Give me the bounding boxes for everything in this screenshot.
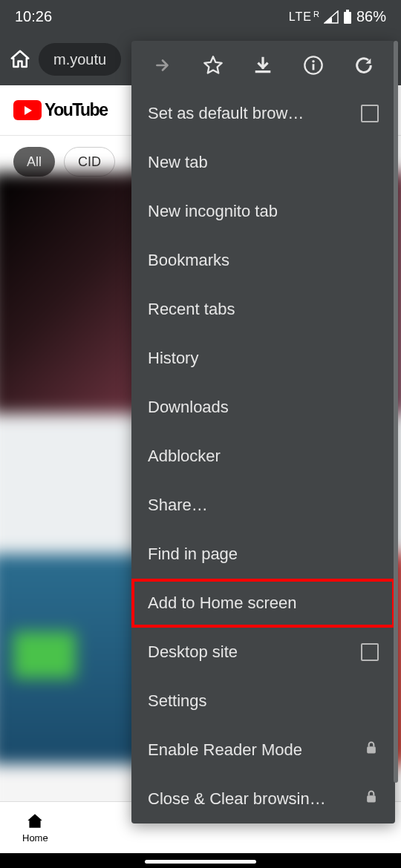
status-right: LTE R 86% [289, 8, 386, 25]
menu-new-incognito-tab[interactable]: New incognito tab [131, 187, 395, 236]
info-icon[interactable] [303, 55, 324, 76]
youtube-logo-text: YouTube [45, 100, 107, 120]
nav-home[interactable]: Home [22, 812, 48, 844]
status-bar: 10:26 LTE R 86% [0, 0, 401, 33]
svg-rect-1 [346, 10, 349, 12]
home-icon[interactable] [9, 48, 31, 70]
menu-share[interactable]: Share… [131, 481, 395, 530]
gesture-bar[interactable] [145, 860, 256, 864]
menu-add-to-home-screen[interactable]: Add to Home screen [131, 579, 395, 628]
bookmark-star-icon[interactable] [203, 55, 224, 76]
menu-desktop-site[interactable]: Desktop site [131, 628, 395, 677]
roaming-indicator: R [313, 10, 319, 19]
refresh-icon[interactable] [353, 55, 374, 76]
menu-bookmarks[interactable]: Bookmarks [131, 236, 395, 285]
menu-enable-reader-mode[interactable]: Enable Reader Mode [131, 726, 395, 775]
youtube-logo[interactable]: YouTube [13, 100, 107, 120]
svg-rect-4 [313, 64, 315, 70]
download-icon[interactable] [252, 55, 273, 76]
network-type: LTE [289, 10, 312, 24]
url-bar[interactable]: m.youtu [39, 43, 121, 76]
menu-downloads[interactable]: Downloads [131, 383, 395, 432]
nav-home-label: Home [22, 832, 48, 844]
svg-rect-0 [344, 12, 351, 24]
menu-scrollbar[interactable] [394, 41, 398, 820]
menu-icon-row [131, 41, 395, 89]
forward-icon[interactable] [152, 55, 173, 76]
url-text: m.youtu [53, 51, 106, 68]
battery-icon [343, 10, 352, 24]
battery-percent: 86% [356, 8, 386, 25]
checkbox[interactable] [361, 643, 379, 661]
menu-history[interactable]: History [131, 334, 395, 383]
menu-new-tab[interactable]: New tab [131, 138, 395, 187]
youtube-play-icon [13, 100, 42, 120]
browser-menu: Set as default brow… New tab New incogni… [131, 41, 395, 823]
lock-icon [364, 740, 379, 760]
menu-close-clear-browsing[interactable]: Close & Clear browsin… [131, 775, 395, 823]
menu-set-default-browser[interactable]: Set as default brow… [131, 89, 395, 138]
status-time: 10:26 [15, 8, 52, 25]
signal-icon [324, 10, 339, 24]
menu-settings[interactable]: Settings [131, 677, 395, 726]
svg-point-3 [313, 60, 316, 63]
checkbox[interactable] [361, 105, 379, 122]
house-icon [25, 812, 45, 831]
menu-find-in-page[interactable]: Find in page [131, 530, 395, 579]
menu-recent-tabs[interactable]: Recent tabs [131, 285, 395, 334]
svg-rect-5 [367, 746, 376, 753]
scrollbar-thumb[interactable] [394, 41, 398, 783]
lock-icon [364, 789, 379, 809]
menu-adblocker[interactable]: Adblocker [131, 432, 395, 481]
svg-rect-6 [367, 795, 376, 802]
